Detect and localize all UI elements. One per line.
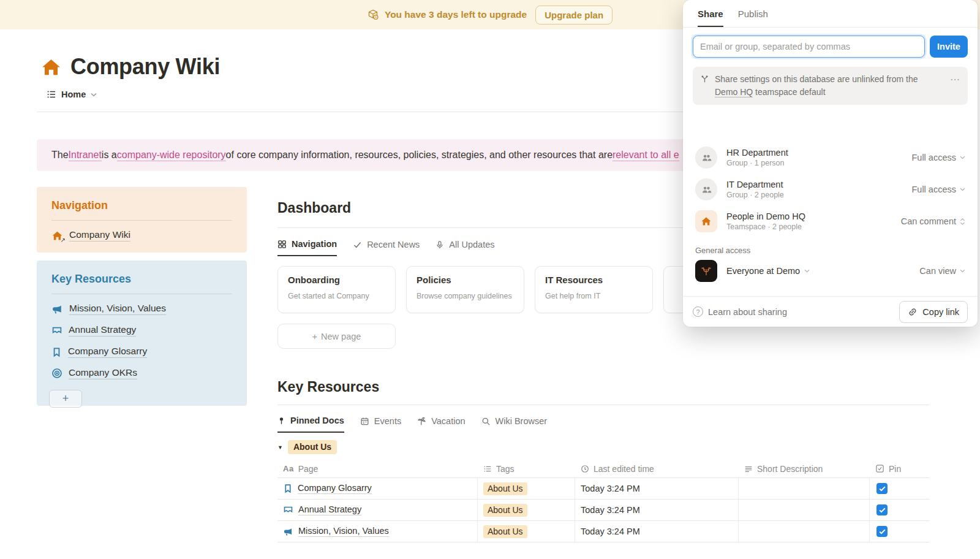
- microphone-icon: [435, 240, 444, 249]
- dashboard-title: Dashboard: [277, 200, 351, 216]
- everyone-dropdown[interactable]: Everyone at Demo: [726, 266, 919, 276]
- target-icon: [51, 368, 62, 379]
- demo-hq-link[interactable]: Demo HQ: [715, 87, 753, 97]
- intro-text: is a: [102, 150, 117, 161]
- page-title: Company Wiki: [70, 54, 220, 80]
- sidebar-item-mission-vision-values[interactable]: Mission, Vision, Values: [51, 303, 232, 315]
- share-dialog-footer: ? Learn about sharing Copy link: [683, 296, 978, 327]
- tab-publish[interactable]: Publish: [738, 0, 768, 27]
- bookmark-icon: [51, 347, 62, 357]
- group-about-us[interactable]: ▼ About Us: [277, 440, 337, 454]
- toggle-triangle-icon[interactable]: ▼: [277, 444, 283, 451]
- chevron-down-icon: [804, 269, 810, 273]
- pin-checkbox[interactable]: [876, 504, 888, 515]
- link-icon: [908, 307, 918, 317]
- sidebar-item-company-okrs[interactable]: Company OKRs: [51, 367, 232, 379]
- chevron-down-icon: [960, 156, 965, 159]
- access-dropdown[interactable]: Can comment: [901, 216, 965, 226]
- upgrade-plan-button[interactable]: Upgrade plan: [535, 6, 612, 25]
- question-icon: ?: [693, 306, 703, 317]
- tab-wiki-browser[interactable]: Wiki Browser: [481, 409, 548, 433]
- add-resource-button[interactable]: +: [49, 390, 82, 408]
- general-access-row[interactable]: Everyone at Demo Can view: [683, 255, 978, 287]
- card-it-resources[interactable]: IT Resources Get help from IT: [535, 266, 653, 313]
- learn-about-sharing-link[interactable]: ? Learn about sharing: [693, 306, 787, 317]
- palm-tree-icon: [417, 417, 426, 426]
- view-selector[interactable]: Home: [47, 89, 97, 99]
- member-row-people-in-demo-hq[interactable]: People in Demo HQ Teamspace · 2 people C…: [683, 205, 978, 237]
- divider: [51, 220, 232, 221]
- dashboard-tabs: Navigation Recent News All Updates: [277, 233, 495, 256]
- tab-recent-news[interactable]: Recent News: [353, 233, 420, 256]
- megaphone-icon: [283, 527, 293, 536]
- page-link-mission-vision-values[interactable]: Mission, Vision, Values: [283, 526, 389, 537]
- copy-link-button[interactable]: Copy link: [899, 301, 968, 323]
- more-options-icon[interactable]: ⋯: [950, 73, 960, 99]
- member-row-it-department[interactable]: IT Department Group · 2 people Full acce…: [683, 173, 978, 205]
- sidebar-key-resources-card: Key Resources Mission, Vision, Values An…: [37, 260, 247, 406]
- member-name: HR Department: [726, 148, 911, 158]
- home-icon: [40, 57, 62, 77]
- column-header-last-edited[interactable]: Last edited time: [575, 464, 739, 474]
- sidebar-item-company-glosarry[interactable]: Company Glosarry: [51, 346, 232, 358]
- access-dropdown[interactable]: Full access: [911, 184, 965, 194]
- key-resources-tabs: Pinned Docs Events Vacation Wiki Browser: [277, 409, 547, 433]
- tag-pill[interactable]: About Us: [483, 504, 527, 517]
- tag-pill[interactable]: About Us: [483, 482, 527, 495]
- share-settings-notice: Share settings on this database are unli…: [693, 67, 968, 105]
- package-clock-icon: [368, 9, 379, 20]
- sidebar-item-annual-strategy[interactable]: Annual Strategy: [51, 324, 232, 337]
- intro-link-intranet[interactable]: Intranet: [69, 150, 102, 161]
- card-policies[interactable]: Policies Browse company guidelines: [406, 266, 524, 313]
- share-dialog-tabs: Share Publish: [683, 0, 978, 28]
- column-header-page[interactable]: Aa Page: [277, 464, 478, 474]
- tab-pinned-docs[interactable]: Pinned Docs: [277, 409, 344, 433]
- tab-events[interactable]: Events: [360, 409, 401, 433]
- page-link-company-glosarry[interactable]: Company Glosarry: [283, 483, 372, 494]
- tab-navigation[interactable]: Navigation: [277, 233, 337, 256]
- pin-checkbox[interactable]: [876, 526, 888, 537]
- sidebar-item-company-wiki[interactable]: ↗ Company Wiki: [51, 229, 232, 241]
- short-description-cell[interactable]: [739, 478, 870, 499]
- checkbox-icon: [875, 464, 884, 473]
- clock-icon: [581, 465, 589, 473]
- bookmark-icon: [283, 484, 293, 493]
- banner-icon: [51, 325, 62, 336]
- short-description-cell[interactable]: [739, 500, 870, 520]
- invite-email-input[interactable]: [693, 36, 925, 58]
- invite-button[interactable]: Invite: [930, 36, 968, 58]
- column-header-short-description[interactable]: Short Description: [739, 464, 870, 474]
- chevron-down-icon: [91, 93, 97, 97]
- card-onboarding[interactable]: Onboarding Get started at Company: [277, 266, 396, 313]
- tab-vacation[interactable]: Vacation: [417, 409, 465, 433]
- view-selector-label: Home: [61, 89, 86, 99]
- tag-pill[interactable]: About Us: [483, 525, 527, 538]
- check-icon: [353, 240, 362, 249]
- intro-link-repository[interactable]: company-wide repository: [117, 150, 226, 161]
- member-row-hr-department[interactable]: HR Department Group · 1 person Full acce…: [683, 142, 978, 173]
- trial-banner-message: You have 3 days left to upgrade: [368, 9, 527, 20]
- grid-icon: [277, 240, 287, 249]
- member-name: IT Department: [726, 180, 911, 189]
- access-dropdown[interactable]: Can view: [919, 266, 965, 276]
- intro-text: The: [51, 150, 69, 161]
- column-header-pin[interactable]: Pin: [870, 464, 930, 474]
- access-dropdown[interactable]: Full access: [911, 153, 965, 162]
- pin-checkbox[interactable]: [876, 483, 888, 494]
- list-icon: [483, 465, 492, 473]
- chevron-down-icon: [960, 188, 965, 191]
- tab-all-updates[interactable]: All Updates: [435, 233, 494, 256]
- tab-share[interactable]: Share: [698, 0, 723, 27]
- member-list: HR Department Group · 1 person Full acce…: [683, 142, 978, 237]
- divider: [277, 405, 930, 405]
- column-header-tags[interactable]: Tags: [478, 464, 575, 474]
- notice-text: Share settings on this database are unli…: [715, 73, 942, 99]
- text-lines-icon: [744, 465, 753, 473]
- external-arrow-icon: ↗: [61, 237, 66, 243]
- workspace-logo-avatar: [695, 260, 717, 282]
- key-resources-title: Key Resources: [277, 379, 379, 395]
- intro-link-relevant[interactable]: relevant to all e: [612, 150, 679, 161]
- short-description-cell[interactable]: [739, 521, 870, 542]
- new-page-button[interactable]: + New page: [277, 324, 396, 349]
- page-link-annual-strategy[interactable]: Annual Strategy: [283, 504, 361, 515]
